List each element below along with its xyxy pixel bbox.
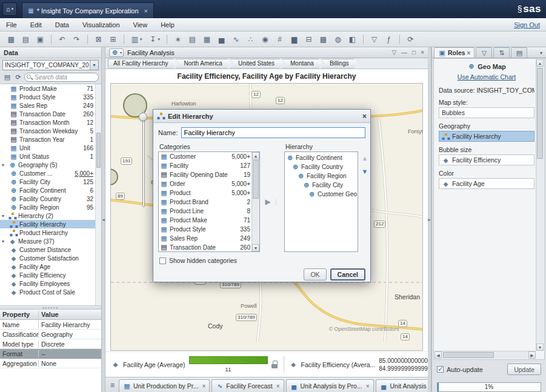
role-item-facility-hierarchy[interactable]: Facility Hierarchy	[439, 131, 534, 142]
update-button[interactable]: Update	[507, 364, 541, 375]
role-item-facility-age[interactable]: Facility Age	[439, 178, 534, 189]
property-row-model-type[interactable]: Model typeDiscrete	[0, 339, 101, 349]
tree-item-facility-hierarchy[interactable]: Facility Hierarchy	[0, 220, 95, 228]
bottom-tab-unit-analysis-by-pro[interactable]: Unit Analysis by Pro...×	[286, 379, 374, 392]
tree-item-unit-status[interactable]: Unit Status1	[0, 152, 95, 161]
line-chart-button[interactable]: ∿	[230, 33, 242, 45]
tree-item-unit[interactable]: Unit166	[0, 144, 95, 152]
sign-out-link[interactable]: Sign Out	[514, 21, 540, 28]
hierarchy-level-customer-geo[interactable]: Customer Geo	[285, 190, 358, 199]
category-item-product-make[interactable]: Product Make71	[159, 216, 251, 225]
close-tab-icon[interactable]: ×	[202, 383, 205, 390]
box-plot-button[interactable]: ⊟	[302, 33, 315, 45]
network-diagram-button[interactable]: #	[273, 33, 286, 45]
filter-button[interactable]: ▽	[368, 33, 381, 45]
tab-comments[interactable]	[511, 47, 527, 58]
scrollbar-track[interactable]	[442, 351, 528, 359]
panel-menu-arrow-icon[interactable]: ▾	[540, 50, 544, 58]
scrollbar-thumb[interactable]	[537, 68, 543, 159]
tree-item-product-make[interactable]: Product Make71	[0, 84, 95, 93]
category-item-sales-rep[interactable]: Sales Rep249	[159, 234, 251, 243]
filter-icon[interactable]: ▽	[391, 49, 396, 56]
tree-item-customer-distance[interactable]: Customer Distance	[0, 245, 95, 254]
tree-item-transaction-month[interactable]: Transaction Month12	[0, 118, 95, 127]
property-row-classification[interactable]: ClassificationGeography	[0, 330, 101, 339]
close-tab-icon[interactable]: ×	[144, 7, 148, 15]
save-button[interactable]: ▣	[34, 33, 47, 45]
scroll-down-icon[interactable]: ▼	[252, 244, 259, 251]
menu-item-data[interactable]: Data	[55, 21, 69, 28]
search-input[interactable]	[24, 73, 99, 82]
scrollbar-thumb[interactable]	[96, 133, 101, 168]
hierarchy-name-input[interactable]	[181, 127, 365, 138]
tree-item-facility-continent[interactable]: Facility Continent6	[0, 186, 95, 194]
refresh-data-icon[interactable]: ⟳	[13, 72, 23, 82]
tree-item-sales-rep[interactable]: Sales Rep249	[0, 101, 95, 110]
close-tab-icon[interactable]: ×	[276, 383, 280, 390]
heat-map-button[interactable]: ▩	[317, 33, 330, 45]
tree-item-customer-satisfaction[interactable]: Customer Satisfaction	[0, 254, 95, 262]
home-button[interactable]: ⌂ ▾	[2, 2, 17, 16]
tree-item-facility-city[interactable]: Facility City125	[0, 178, 95, 186]
chart-type-button[interactable]: ▾	[109, 48, 124, 57]
tab-filters[interactable]	[476, 47, 492, 58]
expander-icon[interactable]: ▾	[2, 162, 7, 168]
hierarchy-level-facility-city[interactable]: Facility City	[285, 181, 358, 190]
move-right-button[interactable]: ▶	[265, 198, 270, 206]
close-tab-icon[interactable]: ×	[467, 50, 471, 56]
minimize-icon[interactable]: —	[401, 49, 407, 56]
table-button[interactable]: ▤	[186, 33, 199, 45]
move-down-button[interactable]: ▼	[362, 168, 368, 175]
tree-item-transaction-date[interactable]: Transaction Date260	[0, 110, 95, 118]
menu-item-view[interactable]: View	[133, 21, 148, 28]
close-tab-icon[interactable]: ×	[366, 383, 370, 390]
tree-item-hierarchy-2[interactable]: ▾Hierarchy (2)	[0, 211, 95, 220]
tree-item-product-hierarchy[interactable]: Product Hierarchy	[0, 228, 95, 237]
bottom-tab-facility-forecast[interactable]: Facility Forecast×	[211, 379, 284, 392]
scrollbar-thumb[interactable]	[253, 160, 259, 199]
tree-item-facility-employees[interactable]: Facility Employees	[0, 279, 95, 288]
dialog-titlebar[interactable]: Edit Hierarchy ×	[153, 110, 370, 123]
data-options-icon[interactable]: ▤	[2, 72, 12, 82]
bottom-tab-unit-production-by-pr[interactable]: Unit Production by Pr...×	[119, 379, 210, 392]
change-visualization-button[interactable]: ▥▾	[128, 33, 145, 45]
category-item-transaction-date[interactable]: Transaction Date260	[159, 243, 251, 252]
scroll-left-icon[interactable]: ◀	[434, 351, 442, 359]
maximize-icon[interactable]: □	[412, 49, 416, 56]
breadcrumb-all-facility-hierarchy[interactable]: All Facility Hierarchy	[108, 59, 178, 68]
duplicate-button[interactable]: ⊞	[107, 33, 119, 45]
show-hidden-checkbox[interactable]	[159, 257, 166, 264]
auto-update-checkbox[interactable]	[437, 366, 444, 373]
scatter-plot-button[interactable]: ∴	[244, 33, 257, 45]
tree-item-facility-country[interactable]: Facility Country32	[0, 194, 95, 203]
export-button[interactable]: ↧▾	[147, 33, 163, 45]
tab-roles[interactable]: Roles ×	[434, 47, 474, 58]
category-item-product-brand[interactable]: Product Brand2	[159, 198, 251, 207]
tree-item-transaction-weekday[interactable]: Transaction Weekday5	[0, 127, 95, 135]
tab-ranks[interactable]	[493, 47, 510, 58]
breadcrumb-billings[interactable]: Billings	[321, 59, 359, 68]
hierarchy-level-facility-region[interactable]: Facility Region	[285, 171, 358, 181]
category-item-product[interactable]: Product5,000+	[159, 188, 251, 198]
auto-chart-button[interactable]: ∗	[171, 33, 184, 45]
scroll-up-icon[interactable]: ▲	[536, 59, 544, 67]
tree-item-product-style[interactable]: Product Style335	[0, 93, 95, 101]
redo-button[interactable]: ↷	[70, 33, 83, 45]
category-item-facility[interactable]: Facility127	[159, 161, 251, 170]
cancel-button[interactable]: Cancel	[330, 268, 365, 281]
scroll-down-icon[interactable]: ▼	[536, 344, 544, 351]
delete-button[interactable]: ⊠	[92, 33, 105, 45]
categories-scrollbar[interactable]: ▲ ▼	[251, 152, 259, 251]
tree-item-facility-region[interactable]: Facility Region95	[0, 203, 95, 211]
hierarchy-level-facility-continent[interactable]: Facility Continent	[285, 153, 358, 162]
bar-chart-button[interactable]: ▅	[215, 33, 228, 45]
exploration-tab[interactable]: ▦ * Insight Toy Company Exploration ×	[22, 2, 154, 18]
property-row-name[interactable]: NameFacility Hierarchy	[0, 320, 101, 330]
category-item-product-style[interactable]: Product Style335	[159, 225, 251, 234]
scroll-right-icon[interactable]: ▶	[528, 351, 536, 359]
new-calculation-button[interactable]: ƒ	[382, 33, 395, 45]
role-item-facility-efficiency[interactable]: Facility Efficiency	[439, 154, 534, 165]
breadcrumb-montana[interactable]: Montana	[282, 59, 324, 68]
bubble-plot-button[interactable]: ◉	[259, 33, 271, 45]
category-item-customer[interactable]: Customer5,000+	[159, 152, 251, 161]
